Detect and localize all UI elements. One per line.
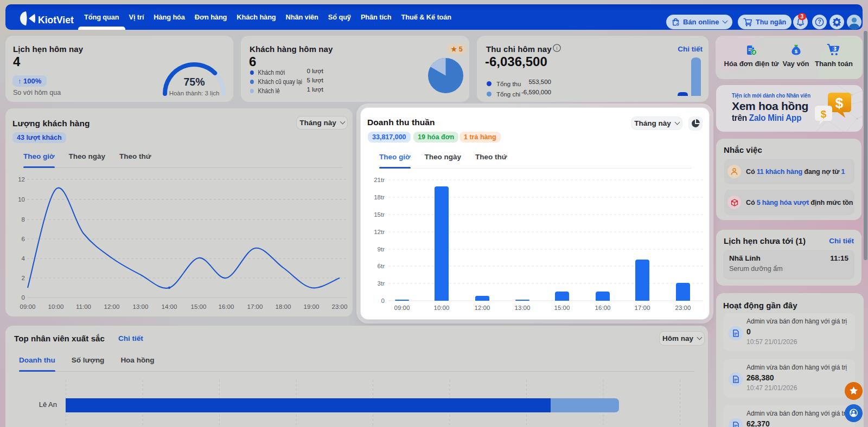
svg-text:16:00: 16:00 xyxy=(219,303,234,310)
svg-text:9tr: 9tr xyxy=(378,246,385,253)
svg-text:23:00: 23:00 xyxy=(675,305,691,311)
svg-text:13:00: 13:00 xyxy=(515,305,531,311)
svg-text:16:00: 16:00 xyxy=(595,305,611,311)
svg-text:09:00: 09:00 xyxy=(394,305,410,311)
svg-text:2: 2 xyxy=(22,275,25,281)
svg-text:12tr: 12tr xyxy=(374,229,385,235)
svg-text:12: 12 xyxy=(18,176,25,183)
svg-text:23:00: 23:00 xyxy=(332,303,348,310)
svg-text:?: ? xyxy=(818,19,821,25)
svg-text:17:00: 17:00 xyxy=(635,305,650,311)
svg-text:10:00: 10:00 xyxy=(48,303,64,310)
svg-text:6tr: 6tr xyxy=(378,263,385,269)
svg-text:12:00: 12:00 xyxy=(475,305,490,311)
svg-text:18tr: 18tr xyxy=(374,194,385,200)
svg-text:đ: đ xyxy=(752,50,755,55)
svg-text:10: 10 xyxy=(18,196,25,203)
svg-text:4: 4 xyxy=(22,255,25,262)
svg-text:$: $ xyxy=(795,48,798,54)
svg-text:6: 6 xyxy=(22,236,25,242)
svg-text:13:00: 13:00 xyxy=(133,303,149,310)
svg-text:0: 0 xyxy=(381,297,385,304)
svg-text:14:00: 14:00 xyxy=(162,303,177,310)
svg-text:15:00: 15:00 xyxy=(191,303,207,310)
svg-text:11:00: 11:00 xyxy=(76,303,91,310)
svg-text:18:00: 18:00 xyxy=(276,303,291,310)
svg-text:3tr: 3tr xyxy=(378,280,385,287)
svg-text:19:00: 19:00 xyxy=(304,303,320,310)
svg-text:i: i xyxy=(557,46,558,51)
svg-text:$: $ xyxy=(835,95,844,111)
svg-text:09:00: 09:00 xyxy=(20,303,36,310)
svg-text:15:00: 15:00 xyxy=(554,305,570,311)
svg-text:15tr: 15tr xyxy=(374,211,385,218)
svg-text:21tr: 21tr xyxy=(374,177,385,183)
svg-text:17:00: 17:00 xyxy=(247,303,263,310)
svg-text:12:00: 12:00 xyxy=(104,303,120,310)
svg-text:8: 8 xyxy=(22,216,25,223)
svg-text:10:00: 10:00 xyxy=(434,305,450,311)
svg-text:0: 0 xyxy=(22,294,25,301)
svg-text:$: $ xyxy=(821,108,827,120)
